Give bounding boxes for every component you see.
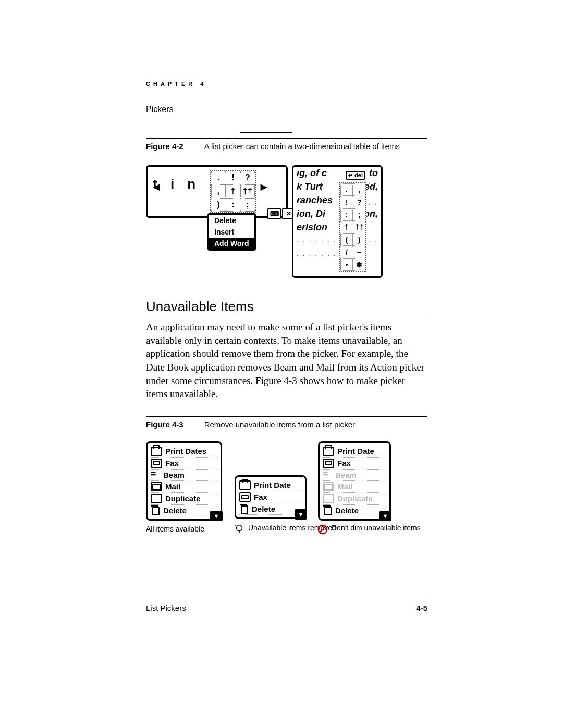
trash-icon <box>239 504 249 513</box>
svg-line-2 <box>235 525 236 526</box>
menu-item-add-word[interactable]: Add Word <box>209 238 254 249</box>
figure-4-2: ◄ t i n .!? ,††† ):; ► ⌨ ✕ Delete Insert… <box>146 165 427 278</box>
prohibit-icon <box>317 524 328 535</box>
page-number: 4-5 <box>416 603 427 612</box>
mail-icon <box>323 482 334 491</box>
checkbox-icon[interactable]: ▾ <box>379 511 391 521</box>
fax-icon <box>239 492 251 502</box>
annotation: Don't dim unavailable items <box>317 524 421 535</box>
checkbox-icon[interactable]: ▾ <box>295 509 307 520</box>
right-picker-panel: ıg, of c k Turt ranches ion, Di erision … <box>292 165 383 278</box>
picker-dimmed-items[interactable]: Print Date Fax Beam Mail Duplicate Delet… <box>318 441 391 521</box>
figure-4-3: Print Dates Fax Beam Mail Duplicate Dele… <box>146 441 427 551</box>
chapter-mark: CHAPTER 4 <box>146 81 427 87</box>
checkbox-icon[interactable]: ▾ <box>210 511 223 521</box>
svg-line-3 <box>243 525 244 526</box>
fax-icon <box>151 459 162 468</box>
rule <box>240 388 292 388</box>
rule <box>146 315 427 315</box>
character-grid[interactable]: .!? ,††† ):; <box>210 170 256 213</box>
return-icon: ↵ <box>348 172 353 178</box>
printer-icon <box>239 480 251 490</box>
printer-icon <box>323 447 334 456</box>
trash-icon <box>151 506 160 514</box>
svg-line-6 <box>320 526 326 533</box>
figure-label: Figure 4-2 <box>146 142 183 151</box>
rule <box>146 138 427 139</box>
running-head: Pickers <box>146 105 427 114</box>
trash-icon <box>323 506 332 514</box>
picker-all-items[interactable]: Print Dates Fax Beam Mail Duplicate Dele… <box>146 441 222 521</box>
keyboard-icon[interactable]: ⌨ <box>267 208 281 219</box>
lightbulb-icon <box>234 524 245 535</box>
body-paragraph: An application may need to make some of … <box>146 320 427 401</box>
beam-icon <box>151 471 160 478</box>
duplicate-icon <box>323 494 334 503</box>
figure-caption: A list picker can contain a two-dimensio… <box>204 142 400 151</box>
menu-item-delete[interactable]: Delete <box>209 215 254 226</box>
page-footer: List Pickers 4-5 <box>146 600 427 612</box>
rule <box>240 132 292 133</box>
printer-icon <box>151 447 162 456</box>
figure-label: Figure 4-3 <box>146 420 183 429</box>
beam-icon <box>323 471 332 478</box>
punctuation-grid[interactable]: ., !? :; ††† () /– •✽ <box>339 182 366 272</box>
menu-item-insert[interactable]: Insert <box>209 226 254 238</box>
left-picker-panel: ◄ t i n .!? ,††† ):; ► ⌨ ✕ <box>146 165 288 218</box>
figure-caption: Remove unavailable items from a list pic… <box>204 420 355 429</box>
svg-point-0 <box>237 525 242 531</box>
section-heading: Unavailable Items <box>146 299 427 315</box>
fax-icon <box>323 459 334 468</box>
duplicate-icon <box>151 494 162 503</box>
delete-key[interactable]: ↵ del <box>346 171 365 180</box>
footer-section: List Pickers <box>146 603 186 612</box>
typed-text: t i n <box>153 176 200 192</box>
right-arrow-icon[interactable]: ► <box>258 180 270 194</box>
annotation: All items available <box>146 525 204 534</box>
rule <box>146 416 427 417</box>
action-menu[interactable]: Delete Insert Add Word <box>207 213 256 251</box>
rule <box>240 299 292 299</box>
mail-icon <box>151 482 162 491</box>
picker-removed-items[interactable]: Print Date Fax Delete ▾ <box>235 475 307 519</box>
